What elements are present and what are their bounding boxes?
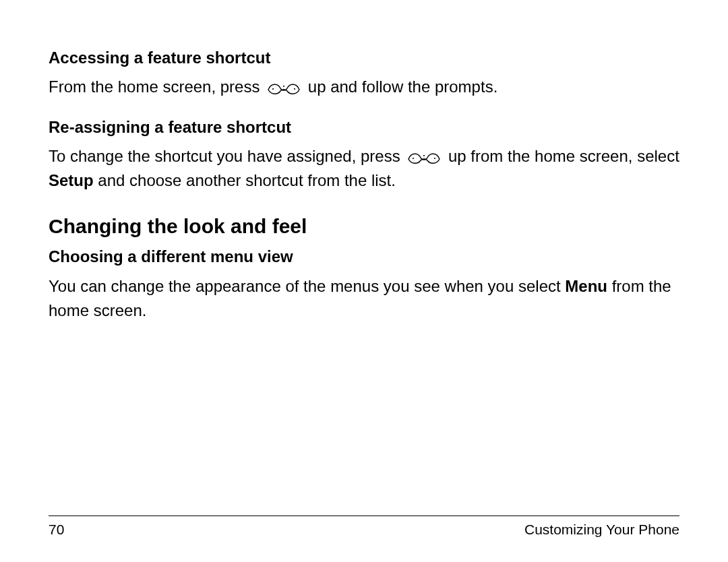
svg-point-2 — [283, 86, 284, 87]
subheading-accessing-shortcut: Accessing a feature shortcut — [49, 47, 679, 68]
svg-point-4 — [434, 158, 435, 159]
svg-point-3 — [413, 158, 414, 159]
navigation-key-icon — [404, 148, 444, 166]
footer-rule — [49, 516, 679, 516]
text: You can change the appearance of the men… — [49, 277, 565, 295]
subheading-reassigning-shortcut: Re-assigning a feature shortcut — [49, 117, 679, 137]
page-number: 70 — [49, 522, 64, 538]
paragraph: From the home screen, press up and follo… — [49, 75, 679, 99]
text: and choose another shortcut from the lis… — [94, 171, 396, 189]
footer-section-title: Customizing Your Phone — [524, 522, 679, 538]
text: From the home screen, press — [49, 77, 264, 96]
svg-point-1 — [294, 88, 295, 90]
heading-changing-look: Changing the look and feel — [49, 213, 679, 239]
paragraph: To change the shortcut you have assigned… — [49, 144, 679, 193]
text: up from the home screen, select — [448, 147, 679, 165]
paragraph: You can change the appearance of the men… — [49, 274, 679, 323]
text: up and follow the prompts. — [308, 77, 498, 96]
subheading-choosing-menu-view: Choosing a different menu view — [49, 246, 679, 267]
document-page: Accessing a feature shortcut From the ho… — [0, 0, 728, 562]
page-footer: 70 Customizing Your Phone — [49, 516, 679, 538]
svg-point-0 — [272, 88, 274, 90]
text: To change the shortcut you have assigned… — [49, 147, 404, 165]
text-bold: Setup — [49, 171, 94, 189]
navigation-key-icon — [264, 79, 303, 96]
text-bold: Menu — [565, 277, 607, 295]
svg-point-5 — [423, 155, 425, 156]
